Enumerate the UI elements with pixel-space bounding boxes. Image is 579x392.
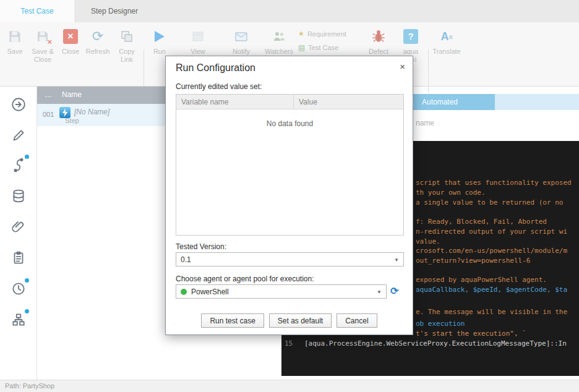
save-label: Save [7, 48, 22, 56]
save-close-icon: × [35, 27, 50, 46]
notification-dot [25, 309, 29, 313]
watchers-label: Watchers [265, 48, 293, 56]
code-line: out_return?view=powershell-6 [416, 257, 530, 265]
translate-button[interactable]: Aa Translate [432, 27, 461, 56]
notify-button[interactable]: Notify [228, 27, 255, 56]
column-header-options: … [45, 90, 52, 99]
requirement-label: Requirement [307, 30, 346, 38]
defect-button[interactable]: Defect [365, 27, 392, 56]
cancel-button[interactable]: Cancel [337, 313, 377, 328]
refresh-label: Refresh [86, 48, 110, 56]
copy-link-button[interactable]: Copy Link [114, 27, 140, 63]
save-and-close-label: Save & Close [28, 48, 57, 63]
notification-dot [25, 155, 29, 159]
left-sidebar [0, 87, 37, 380]
path-label: Path: PartyShop [5, 382, 54, 390]
run-label: Run [153, 48, 166, 56]
agent-dropdown[interactable]: PowerShell ▼ [176, 284, 387, 299]
run-icon [155, 31, 165, 42]
tab-step-designer[interactable]: Step Designer [74, 0, 155, 22]
dialog-close-icon[interactable]: × [400, 61, 405, 72]
agent-refresh-icon[interactable]: ⟳ [390, 285, 398, 297]
run-test-case-button[interactable]: Run test case [201, 313, 264, 328]
step-row-name: [No Name] [74, 108, 109, 116]
code-line: f: Ready, Blocked, Fail, Aborted [416, 218, 547, 226]
tested-version-value: 0.1 [181, 255, 191, 264]
set-as-default-button[interactable]: Set as default [269, 313, 332, 328]
sidebar-item-attachments[interactable] [11, 219, 27, 235]
code-line: value. [416, 237, 440, 245]
sidebar-item-steps[interactable] [11, 157, 27, 173]
chevron-down-icon: ▼ [377, 289, 382, 295]
sidebar-item-edit[interactable] [11, 127, 27, 143]
value-set-label: Currently edited value set: [176, 82, 262, 91]
copy-link-icon [119, 27, 134, 46]
watchers-button[interactable]: Watchers [262, 27, 296, 56]
sidebar-item-dependencies[interactable] [11, 312, 27, 328]
line-number: 15 [285, 339, 293, 347]
notify-label: Notify [233, 48, 250, 56]
attachment-icon [11, 219, 27, 235]
test-case-icon: ▤ [298, 43, 305, 52]
view-icon [191, 27, 205, 46]
column-header-name: Name [62, 90, 82, 99]
agent-value: PowerShell [191, 288, 229, 296]
steps-icon [11, 157, 27, 173]
save-icon [7, 27, 23, 46]
value-set-table-header: Variable name Value [176, 95, 403, 109]
requirement-icon: ★ [298, 30, 304, 38]
close-button[interactable]: × Close [58, 27, 83, 56]
tested-version-dropdown[interactable]: 0.1 ▼ [176, 252, 404, 266]
test-case-label: Test Case [308, 44, 338, 51]
code-line: t's start the execution", ` [416, 330, 526, 338]
translate-label: Translate [432, 48, 460, 56]
tab-test-case[interactable]: Test Case [0, 0, 74, 22]
code-line: a single value to be returned (or no [416, 198, 563, 207]
status-bar: Path: PartyShop [0, 380, 579, 392]
defect-label: Defect [369, 48, 388, 56]
save-button[interactable]: Save [2, 27, 27, 56]
sidebar-item-checklist[interactable] [11, 250, 27, 266]
window-tabbar: Test Case Step Designer [0, 0, 579, 22]
tested-version-label: Tested Version: [176, 242, 226, 251]
notify-icon [234, 27, 249, 46]
data-icon [11, 188, 27, 204]
save-and-close-button[interactable]: × Save & Close [28, 27, 57, 63]
code-line: e. The message will be visible in the [416, 308, 567, 316]
refresh-button[interactable]: ⟳ Refresh [84, 27, 111, 56]
run-configuration-dialog: Run Configuration × Currently edited val… [165, 56, 413, 335]
code-line: ob execution [416, 320, 465, 328]
copy-link-label: Copy Link [114, 48, 140, 63]
view-button[interactable]: View [184, 27, 212, 56]
edit-icon [11, 127, 27, 143]
new-test-case-button[interactable]: ▤ Test Case [298, 43, 338, 52]
checklist-icon [11, 250, 27, 266]
code-line: [aqua.ProcessEngine.WebServiceProxy.Exec… [304, 339, 567, 347]
close-label: Close [62, 48, 79, 56]
sidebar-item-expand[interactable] [11, 96, 27, 113]
new-requirement-button[interactable]: ★ Requirement [298, 30, 346, 38]
code-line: script that uses functionality exposed [416, 179, 572, 187]
step-row-id: 001 [43, 111, 54, 118]
run-button[interactable]: Run [147, 27, 172, 56]
agent-status-icon [181, 289, 187, 295]
value-set-table: Variable name Value No data found [176, 94, 404, 236]
ribbon-separator [428, 49, 429, 93]
script-name-field-fragment: name [416, 119, 434, 127]
view-label: View [191, 48, 205, 56]
dialog-title: Run Configuration [176, 62, 255, 74]
column-header-value[interactable]: Value [294, 95, 322, 109]
history-icon [11, 281, 27, 297]
code-line: n-redirected output of your script wi [416, 228, 567, 236]
agent-label: Choose agent or agent pool for execution… [176, 275, 314, 283]
sidebar-item-history[interactable] [11, 281, 27, 297]
refresh-icon: ⟳ [92, 28, 103, 45]
sidebar-item-data[interactable] [11, 188, 27, 204]
notification-dot [25, 278, 29, 283]
column-header-variable-name[interactable]: Variable name [176, 95, 294, 109]
dialog-button-row: Run test case Set as default Cancel [166, 313, 413, 328]
translate-icon: Aa [440, 27, 452, 46]
watchers-icon [272, 27, 286, 46]
expand-arrow-icon [11, 96, 27, 113]
step-row-type: Step [65, 117, 79, 124]
